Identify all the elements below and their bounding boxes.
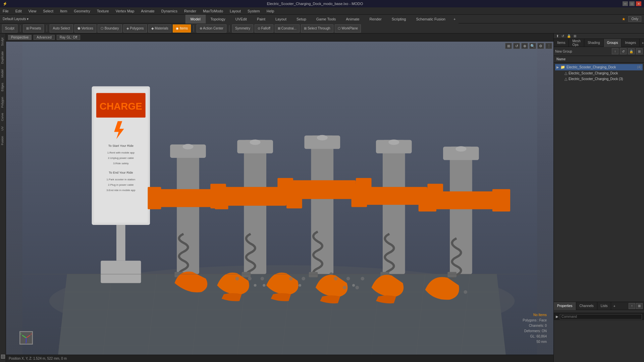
rp-tab-meshops[interactable]: Mesh Ops <box>569 39 584 47</box>
maximize-button[interactable]: □ <box>629 1 635 6</box>
groups-btn-lock[interactable]: 🔒 <box>628 48 635 54</box>
sidebar-curve[interactable]: Curve <box>0 110 6 124</box>
symmetry-button[interactable]: Symmetry <box>232 24 253 33</box>
tab-animate[interactable]: Animate <box>341 15 364 23</box>
svg-text:Y: Y <box>20 333 22 335</box>
group-label-main: Electric_Scooter_Charging_Dock <box>567 65 636 69</box>
groups-btn-2[interactable]: ↺ <box>620 48 627 54</box>
viewport-icon-2[interactable]: ↺ <box>513 43 520 49</box>
viewport-icon-5[interactable]: ⚙ <box>537 43 544 49</box>
mesh-icon-c2: △ <box>565 77 567 81</box>
group-item-main[interactable]: ▶ 📁 Electric_Scooter_Charging_Dock (4) <box>555 64 643 70</box>
menu-texture[interactable]: Texture <box>96 8 110 14</box>
tab-add[interactable]: + <box>450 15 459 23</box>
sidebar-uv[interactable]: UV <box>0 124 6 133</box>
pp-btn-2[interactable]: ⊞ <box>636 303 643 309</box>
star-icon[interactable]: ★ <box>622 17 626 21</box>
sidebar-duplicate[interactable]: Duplicate <box>0 49 6 67</box>
menu-file[interactable]: File <box>1 8 10 14</box>
polygons-button[interactable]: ◈ Polygons <box>123 24 147 33</box>
pp-btn-1[interactable]: ↑ <box>629 303 635 309</box>
group-child-1[interactable]: △ Electric_Scooter_Charging_Dock <box>562 70 643 76</box>
sidebar-polygon[interactable]: Polygon <box>0 94 6 111</box>
action-center-button[interactable]: ⊕ Action Center <box>197 24 226 33</box>
rp-tab-add[interactable]: + <box>640 40 644 46</box>
select-through-button[interactable]: ⊞ Select Through <box>301 24 333 33</box>
autoselect-button[interactable]: Auto Select <box>50 24 73 33</box>
menu-maxtomodo[interactable]: MaxToModo <box>202 8 224 14</box>
tab-render[interactable]: Render <box>365 15 387 23</box>
materials-button[interactable]: ◆ Materials <box>148 24 171 33</box>
rp-tab-images[interactable]: Images <box>622 39 640 47</box>
svg-point-77 <box>235 277 239 281</box>
menu-edit[interactable]: Edit <box>14 8 23 14</box>
rp-view-button[interactable]: ⊞ <box>573 34 577 38</box>
pp-tab-channels[interactable]: Channels <box>576 302 597 310</box>
close-button[interactable]: ✕ <box>636 1 641 6</box>
menu-animate[interactable]: Animate <box>140 8 156 14</box>
tab-scripting[interactable]: Scripting <box>387 15 411 23</box>
viewport-canvas[interactable]: ⊞ ↺ ⊕ 🔍 ⚙ ⋮ <box>6 42 553 355</box>
viewport-icon-6[interactable]: ⋮ <box>545 43 552 49</box>
tab-schematic-fusion[interactable]: Schematic Fusion <box>411 15 450 23</box>
boundary-button[interactable]: ⬡ Boundary <box>98 24 122 33</box>
rp-tab-shading[interactable]: Shading <box>584 39 604 47</box>
tab-paint[interactable]: Paint <box>252 15 270 23</box>
tab-model[interactable]: Model <box>185 15 206 23</box>
menu-render[interactable]: Render <box>183 8 198 14</box>
command-input[interactable] <box>560 314 642 319</box>
sidebar-edges[interactable]: Edges <box>0 80 6 94</box>
menu-item[interactable]: Item <box>59 8 68 14</box>
menu-help[interactable]: Help <box>265 8 276 14</box>
menu-select[interactable]: Select <box>42 8 55 14</box>
viewport-icon-3[interactable]: ⊕ <box>521 43 528 49</box>
vertices-button[interactable]: ⬟ Vertices <box>74 24 96 33</box>
rp-max-button[interactable]: ⬆ <box>555 34 560 38</box>
minimize-button[interactable]: ─ <box>623 1 628 6</box>
pp-tab-lists[interactable]: Lists <box>597 302 611 310</box>
items-button[interactable]: ◉ Items <box>173 24 191 33</box>
pp-tab-add[interactable]: + <box>611 303 617 309</box>
viewport-icon-1[interactable]: ⊞ <box>505 43 512 49</box>
advanced-button[interactable]: Advanced <box>34 35 54 40</box>
layout-dropdown[interactable]: Default Layouts ▾ <box>3 17 29 21</box>
rp-restore-button[interactable]: ↺ <box>560 34 565 38</box>
rp-tab-items[interactable]: Items <box>554 39 569 47</box>
workplane-button[interactable]: ⬡ WorkPlane <box>335 24 361 33</box>
groups-btn-1[interactable]: ↑ <box>612 48 619 54</box>
raygl-button[interactable]: Ray GL: Off <box>57 35 80 40</box>
falloff-button[interactable]: ⊙ Falloff <box>255 24 273 33</box>
menu-dynamics[interactable]: Dynamics <box>160 8 179 14</box>
mesh-icon-c1: △ <box>565 71 567 75</box>
only-button[interactable]: Only <box>628 16 641 22</box>
sidebar-sculpt[interactable]: Sculpt <box>0 35 6 49</box>
menu-system[interactable]: System <box>246 8 261 14</box>
groups-btn-view[interactable]: ⊞ <box>636 48 643 54</box>
svg-rect-66 <box>360 187 427 205</box>
sidebar-fusion[interactable]: Fusion <box>0 133 6 148</box>
svg-rect-67 <box>351 184 367 207</box>
presets-button[interactable]: ⊞ Presets <box>23 24 44 33</box>
pp-tab-properties[interactable]: Properties <box>554 302 576 310</box>
tab-topology[interactable]: Topology <box>206 15 230 23</box>
menu-view[interactable]: View <box>27 8 38 14</box>
sculpt-button[interactable]: Sculpt <box>2 24 17 33</box>
tab-layout[interactable]: Layout <box>270 15 291 23</box>
constraints-button[interactable]: ⊠ Constrai... <box>275 24 300 33</box>
tab-game-tools[interactable]: Game Tools <box>311 15 341 23</box>
menu-vertexmap[interactable]: Vertex Map <box>114 8 136 14</box>
pp-header-btns: ↑ ⊞ <box>627 303 644 309</box>
svg-rect-73 <box>430 191 494 209</box>
tab-uvedit[interactable]: UVEdit <box>230 15 252 23</box>
svg-rect-74 <box>419 189 436 212</box>
rp-tab-groups[interactable]: Groups <box>604 39 622 47</box>
menu-geometry[interactable]: Geometry <box>72 8 91 14</box>
perspective-button[interactable]: Perspective <box>8 35 32 40</box>
menu-layout[interactable]: Layout <box>228 8 242 14</box>
sidebar-model[interactable]: Model <box>0 67 6 80</box>
group-child-2[interactable]: △ Electric_Scooter_Charging_Dock (3) <box>562 76 643 82</box>
viewport-icon-4[interactable]: 🔍 <box>529 43 536 49</box>
rp-lock-button[interactable]: 🔒 <box>566 34 572 38</box>
tab-setup[interactable]: Setup <box>291 15 311 23</box>
channels-info: Channels: 0 <box>523 323 547 328</box>
